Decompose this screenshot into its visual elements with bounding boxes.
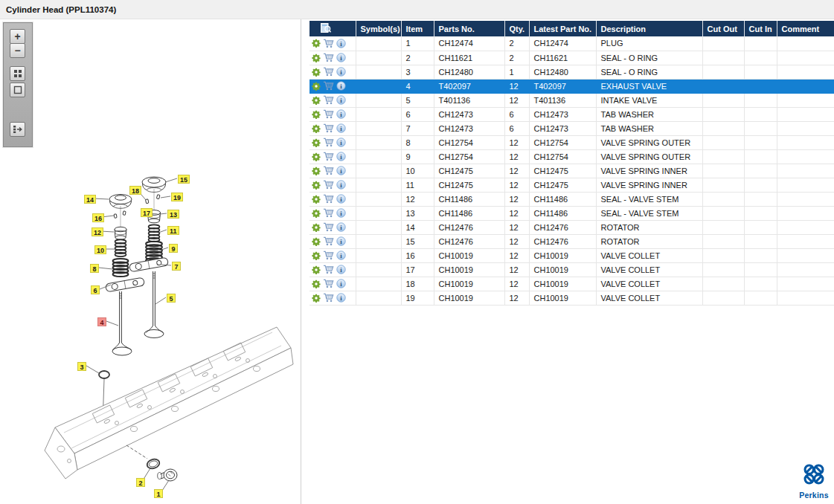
info-icon[interactable]: i xyxy=(336,81,346,91)
gear-icon[interactable] xyxy=(312,124,321,133)
info-icon[interactable]: i xyxy=(336,236,346,246)
column-header-qty[interactable]: Qty. xyxy=(504,21,529,36)
info-icon[interactable]: i xyxy=(336,293,346,303)
callout-label-18[interactable]: 18 xyxy=(129,186,141,195)
gear-icon[interactable] xyxy=(312,54,321,62)
info-icon[interactable]: i xyxy=(336,251,346,260)
callout-label-1[interactable]: 1 xyxy=(154,489,163,498)
callout-label-6[interactable]: 6 xyxy=(91,285,100,294)
gear-icon[interactable] xyxy=(312,96,321,105)
table-row[interactable]: i11CH1247512CH12475VALVE SPRING INNER xyxy=(309,178,834,192)
cart-icon[interactable] xyxy=(323,109,334,119)
cart-icon[interactable] xyxy=(323,53,334,62)
gear-icon[interactable] xyxy=(312,152,321,161)
callout-label-10[interactable]: 10 xyxy=(94,245,106,254)
table-row[interactable]: i14CH1247612CH12476ROTATOR xyxy=(309,220,834,234)
table-row[interactable]: i4T40209712T402097EXHAUST VALVE xyxy=(309,79,834,93)
info-icon[interactable]: i xyxy=(336,53,346,62)
cart-icon[interactable] xyxy=(323,180,334,190)
info-icon[interactable]: i xyxy=(336,138,346,147)
callout-label-5[interactable]: 5 xyxy=(167,294,176,303)
gear-icon[interactable] xyxy=(312,39,321,48)
info-icon[interactable]: i xyxy=(336,222,346,232)
info-icon[interactable]: i xyxy=(336,279,346,288)
cart-icon[interactable] xyxy=(323,138,334,147)
info-icon[interactable]: i xyxy=(336,265,346,274)
cart-icon[interactable] xyxy=(323,194,334,204)
callout-label-9[interactable]: 9 xyxy=(169,244,178,253)
cart-icon[interactable] xyxy=(323,123,334,133)
column-header-symbols[interactable]: Symbol(s) xyxy=(356,21,401,36)
table-row[interactable]: i3CH124801CH12480SEAL - O RING xyxy=(309,65,834,79)
zoom-in-button[interactable]: + xyxy=(10,29,25,44)
table-row[interactable]: i6CH124736CH12473TAB WASHER xyxy=(309,107,834,121)
cart-icon[interactable] xyxy=(323,279,334,288)
cart-icon[interactable] xyxy=(323,95,334,105)
callout-label-8[interactable]: 8 xyxy=(90,264,99,273)
toggle-panel-button[interactable] xyxy=(10,122,25,137)
callout-label-17[interactable]: 17 xyxy=(141,208,153,217)
table-row[interactable]: i13CH1148612CH11486SEAL - VALVE STEM xyxy=(309,206,834,220)
gear-icon[interactable] xyxy=(312,280,321,288)
column-header-cut_in[interactable]: Cut In xyxy=(744,21,777,36)
callout-label-11[interactable]: 11 xyxy=(167,226,179,235)
info-icon[interactable]: i xyxy=(336,166,346,175)
info-icon[interactable]: i xyxy=(336,109,346,119)
column-header-icons[interactable] xyxy=(309,21,356,36)
gear-icon[interactable] xyxy=(312,209,321,218)
info-icon[interactable]: i xyxy=(336,152,346,161)
tile-view-button[interactable] xyxy=(10,66,25,81)
gear-icon[interactable] xyxy=(312,138,321,147)
column-header-comment[interactable]: Comment xyxy=(777,21,834,36)
callout-label-7[interactable]: 7 xyxy=(172,262,181,271)
callout-label-12[interactable]: 12 xyxy=(92,227,103,236)
cart-icon[interactable] xyxy=(323,293,334,303)
gear-icon[interactable] xyxy=(312,294,321,303)
table-row[interactable]: i2CH116212CH11621SEAL - O RING xyxy=(309,51,834,65)
info-icon[interactable]: i xyxy=(336,95,346,105)
info-icon[interactable]: i xyxy=(336,67,346,77)
info-icon[interactable]: i xyxy=(336,123,346,133)
gear-icon[interactable] xyxy=(312,195,321,204)
callout-label-4[interactable]: 4 xyxy=(97,317,106,326)
callout-label-3[interactable]: 3 xyxy=(77,362,86,371)
cart-icon[interactable] xyxy=(323,81,334,91)
table-row[interactable]: i18CH1001912CH10019VALVE COLLET xyxy=(309,277,834,291)
cart-icon[interactable] xyxy=(323,251,334,260)
table-row[interactable]: i19CH1001912CH10019VALVE COLLET xyxy=(309,291,834,305)
info-icon[interactable]: i xyxy=(336,39,346,48)
gear-icon[interactable] xyxy=(312,82,321,91)
info-icon[interactable]: i xyxy=(336,194,346,204)
column-header-item[interactable]: Item xyxy=(401,21,434,36)
cart-icon[interactable] xyxy=(323,67,334,77)
single-view-button[interactable] xyxy=(10,83,25,97)
gear-icon[interactable] xyxy=(312,181,321,190)
column-header-latest_part_no[interactable]: Latest Part No. xyxy=(529,21,596,36)
gear-icon[interactable] xyxy=(312,167,321,175)
callout-label-16[interactable]: 16 xyxy=(92,213,104,222)
gear-icon[interactable] xyxy=(312,110,321,119)
column-header-description[interactable]: Description xyxy=(596,21,702,36)
callout-label-14[interactable]: 14 xyxy=(84,195,96,204)
callout-label-15[interactable]: 15 xyxy=(178,175,190,184)
table-row[interactable]: i5T40113612T401136INTAKE VALVE xyxy=(309,93,834,107)
cart-icon[interactable] xyxy=(323,166,334,175)
info-icon[interactable]: i xyxy=(336,208,346,218)
cart-icon[interactable] xyxy=(323,265,334,274)
cart-icon[interactable] xyxy=(323,39,334,48)
table-row[interactable]: i9CH1275412CH12754VALVE SPRING OUTER xyxy=(309,149,834,164)
callout-label-13[interactable]: 13 xyxy=(167,210,179,219)
info-icon[interactable]: i xyxy=(336,180,346,190)
gear-icon[interactable] xyxy=(312,265,321,274)
table-row[interactable]: i8CH1275412CH12754VALVE SPRING OUTER xyxy=(309,135,834,149)
table-row[interactable]: i12CH1148612CH11486SEAL - VALVE STEM xyxy=(309,192,834,206)
table-row[interactable]: i15CH1247612CH12476ROTATOR xyxy=(309,234,834,248)
cart-icon[interactable] xyxy=(323,152,334,161)
callout-label-2[interactable]: 2 xyxy=(136,478,145,487)
gear-icon[interactable] xyxy=(312,223,321,232)
table-row[interactable]: i1CH124742CH12474PLUG xyxy=(309,36,834,51)
callout-label-19[interactable]: 19 xyxy=(171,193,183,201)
table-row[interactable]: i17CH1001912CH10019VALVE COLLET xyxy=(309,262,834,277)
cart-icon[interactable] xyxy=(323,236,334,246)
column-header-cut_out[interactable]: Cut Out xyxy=(702,21,744,36)
